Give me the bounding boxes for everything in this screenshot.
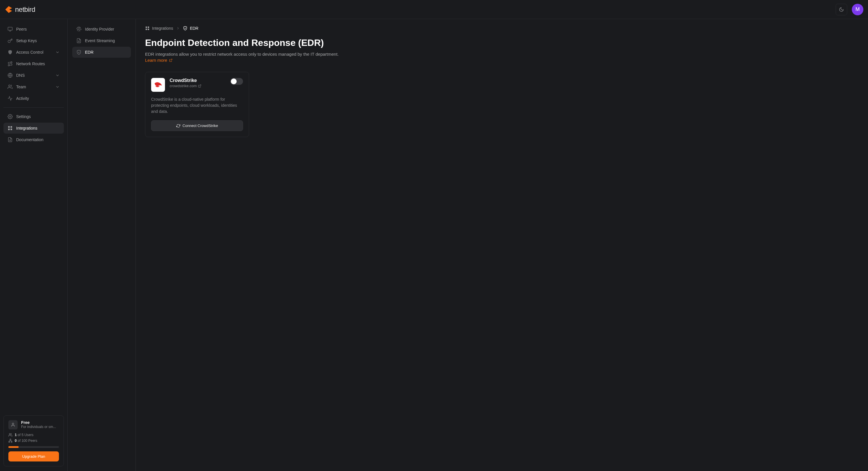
svg-line-27 bbox=[199, 85, 201, 86]
card-header: CrowdStrike crowdstrike.com bbox=[151, 78, 243, 92]
learn-more-label: Learn more bbox=[145, 58, 167, 63]
sidebar-item-setup-keys[interactable]: Setup Keys bbox=[3, 35, 64, 46]
users-count: 1 bbox=[15, 433, 17, 437]
crowdstrike-card: CrowdStrike crowdstrike.com CrowdStrike … bbox=[145, 72, 249, 137]
crowdstrike-logo-icon bbox=[153, 80, 163, 90]
main-sidebar: Peers Setup Keys Access Control Network … bbox=[0, 19, 68, 471]
sidebar-item-network-routes[interactable]: Network Routes bbox=[3, 58, 64, 69]
integration-url-link[interactable]: crowdstrike.com bbox=[169, 84, 202, 88]
logo[interactable]: netbird bbox=[5, 5, 35, 13]
sidebar-item-label: Settings bbox=[16, 114, 31, 119]
header-actions: M bbox=[836, 4, 863, 15]
breadcrumb: Integrations EDR bbox=[145, 26, 859, 31]
svg-rect-19 bbox=[10, 439, 11, 440]
connect-button-label: Connect CrowdStrike bbox=[183, 124, 218, 128]
sub-nav-event-streaming[interactable]: Event Streaming bbox=[72, 35, 131, 46]
nav-divider bbox=[3, 107, 64, 108]
sidebar-item-activity[interactable]: Activity bbox=[3, 93, 64, 104]
svg-rect-11 bbox=[11, 129, 12, 130]
sidebar-item-access-control[interactable]: Access Control bbox=[3, 47, 64, 58]
upgrade-plan-button[interactable]: Upgrade Plan bbox=[8, 451, 59, 462]
sidebar-item-label: Peers bbox=[16, 27, 27, 31]
breadcrumb-integrations[interactable]: Integrations bbox=[145, 26, 173, 31]
svg-rect-25 bbox=[146, 29, 147, 30]
sidebar-item-label: DNS bbox=[16, 73, 25, 78]
svg-point-7 bbox=[9, 85, 10, 87]
plan-info: Free For individuals or sm... bbox=[21, 420, 56, 430]
plan-users-stat: 1 of 5 Users bbox=[8, 433, 59, 437]
grid-icon bbox=[7, 126, 13, 131]
progress-fill bbox=[8, 446, 19, 448]
svg-rect-17 bbox=[11, 441, 12, 442]
moon-icon bbox=[839, 7, 844, 12]
integrations-sub-sidebar: Identity Provider Event Streaming EDR bbox=[68, 19, 136, 471]
user-avatar[interactable]: M bbox=[852, 4, 863, 15]
logo-text: netbird bbox=[15, 5, 35, 13]
svg-line-26 bbox=[170, 59, 172, 61]
sidebar-item-documentation[interactable]: Documentation bbox=[3, 134, 64, 145]
sidebar-item-settings[interactable]: Settings bbox=[3, 111, 64, 122]
plan-header: Free For individuals or sm... bbox=[8, 420, 59, 430]
page-title: Endpoint Detection and Response (EDR) bbox=[145, 37, 859, 48]
netbird-logo-icon bbox=[5, 5, 13, 13]
breadcrumb-label: Integrations bbox=[152, 26, 173, 31]
sidebar-item-peers[interactable]: Peers bbox=[3, 24, 64, 35]
refresh-icon bbox=[176, 124, 180, 128]
peers-count: 0 bbox=[15, 439, 17, 443]
learn-more-link[interactable]: Learn more bbox=[145, 58, 173, 63]
plan-peers-stat: 0 of 100 Peers bbox=[8, 439, 59, 443]
chevron-right-icon bbox=[176, 26, 180, 30]
activity-icon bbox=[7, 96, 13, 101]
main-layout: Peers Setup Keys Access Control Network … bbox=[0, 19, 868, 471]
peers-total: 100 bbox=[21, 439, 27, 443]
external-link-icon bbox=[169, 59, 173, 62]
gear-icon bbox=[7, 114, 13, 119]
sidebar-item-team[interactable]: Team bbox=[3, 81, 64, 92]
main-content: Integrations EDR Endpoint Detection and … bbox=[136, 19, 868, 471]
sub-nav-identity-provider[interactable]: Identity Provider bbox=[72, 24, 131, 35]
chevron-down-icon bbox=[55, 85, 60, 89]
sidebar-item-dns[interactable]: DNS bbox=[3, 70, 64, 81]
theme-toggle-button[interactable] bbox=[836, 4, 847, 15]
plan-subtitle: For individuals or sm... bbox=[21, 425, 56, 429]
document-icon bbox=[7, 137, 13, 142]
svg-rect-0 bbox=[8, 27, 12, 30]
svg-rect-18 bbox=[9, 441, 10, 442]
shield-check-icon bbox=[76, 49, 82, 55]
sidebar-item-label: Setup Keys bbox=[16, 38, 37, 43]
sidebar-item-integrations[interactable]: Integrations bbox=[3, 123, 64, 134]
breadcrumb-edr: EDR bbox=[183, 26, 198, 31]
svg-point-15 bbox=[12, 423, 13, 425]
app-header: netbird M bbox=[0, 0, 868, 19]
integration-enable-toggle[interactable] bbox=[230, 78, 243, 85]
routes-icon bbox=[7, 61, 13, 66]
shield-check-icon bbox=[183, 26, 188, 31]
connect-crowdstrike-button[interactable]: Connect CrowdStrike bbox=[151, 120, 243, 131]
network-icon bbox=[8, 439, 12, 443]
sub-nav-edr[interactable]: EDR bbox=[72, 47, 131, 58]
integration-description: CrowdStrike is a cloud-native platform f… bbox=[151, 96, 243, 114]
plan-card: Free For individuals or sm... 1 of 5 Use… bbox=[3, 415, 64, 466]
nav-items: Peers Setup Keys Access Control Network … bbox=[3, 24, 64, 415]
usage-progress-bar bbox=[8, 446, 59, 448]
svg-point-3 bbox=[8, 65, 9, 66]
monitor-icon bbox=[7, 27, 13, 32]
svg-point-4 bbox=[11, 62, 12, 63]
users-icon bbox=[8, 433, 12, 437]
breadcrumb-label: EDR bbox=[190, 26, 198, 31]
chevron-down-icon bbox=[55, 73, 60, 78]
integration-url: crowdstrike.com bbox=[169, 84, 197, 88]
svg-rect-24 bbox=[148, 29, 149, 30]
sidebar-item-label: Team bbox=[16, 85, 26, 89]
sidebar-item-label: Network Routes bbox=[16, 62, 45, 66]
svg-rect-23 bbox=[148, 27, 149, 28]
avatar-letter: M bbox=[856, 6, 860, 12]
svg-rect-9 bbox=[8, 126, 9, 128]
toggle-knob bbox=[231, 78, 237, 84]
plan-icon-container bbox=[8, 420, 18, 430]
sidebar-item-label: Documentation bbox=[16, 137, 43, 142]
file-icon bbox=[76, 38, 82, 43]
svg-rect-10 bbox=[11, 126, 12, 128]
sub-nav-label: Identity Provider bbox=[85, 27, 114, 31]
shield-icon bbox=[7, 49, 13, 55]
